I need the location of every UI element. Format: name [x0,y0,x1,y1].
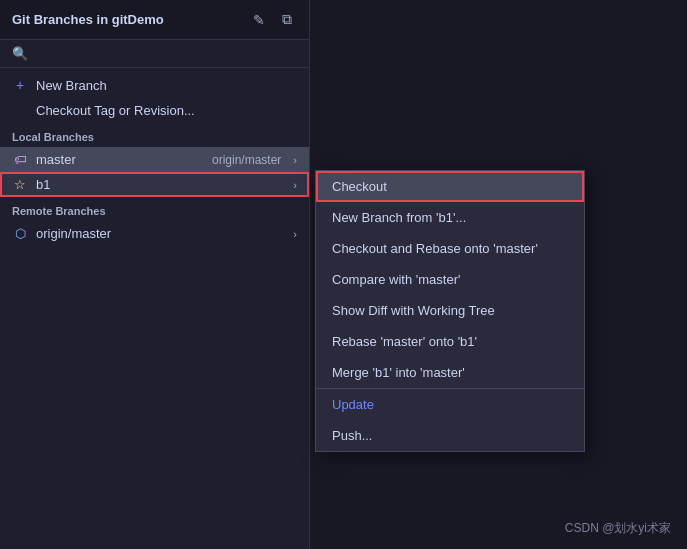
window-icon[interactable]: ⧉ [277,10,297,30]
chevron-master: › [293,154,297,166]
remote-branches-header: Remote Branches [0,197,309,221]
branch-item-b1[interactable]: ☆ b1 › [0,172,309,197]
tag-icon: 🏷 [12,152,28,167]
search-input[interactable] [36,46,297,61]
context-menu-item-merge[interactable]: Merge 'b1' into 'master' [316,357,584,388]
plus-icon: + [12,77,28,93]
panel-content: + New Branch Checkout Tag or Revision...… [0,68,309,549]
context-menu-item-push[interactable]: Push... [316,420,584,451]
context-menu-item-checkout-rebase[interactable]: Checkout and Rebase onto 'master' [316,233,584,264]
context-menu-item-update[interactable]: Update [316,388,584,420]
edit-icon[interactable]: ✎ [249,10,269,30]
chevron-origin-master: › [293,228,297,240]
new-branch-button[interactable]: + New Branch [0,72,309,98]
context-menu: Checkout New Branch from 'b1'... Checkou… [315,170,585,452]
checkout-tag-label: Checkout Tag or Revision... [36,103,195,118]
branch-item-origin-master[interactable]: ⬡ origin/master › [0,221,309,246]
chevron-b1: › [293,179,297,191]
branch-name-origin-master: origin/master [36,226,285,241]
search-icon: 🔍 [12,46,28,61]
local-branches-header: Local Branches [0,123,309,147]
context-menu-item-show-diff[interactable]: Show Diff with Working Tree [316,295,584,326]
branch-name-b1: b1 [36,177,285,192]
branch-item-master[interactable]: 🏷 master origin/master › [0,147,309,172]
context-menu-item-rebase[interactable]: Rebase 'master' onto 'b1' [316,326,584,357]
panel-title: Git Branches in gitDemo [12,12,164,27]
branch-name-master: master [36,152,204,167]
checkout-tag-button[interactable]: Checkout Tag or Revision... [0,98,309,123]
search-bar: 🔍 [0,40,309,68]
remote-icon: ⬡ [12,226,28,241]
left-panel: Git Branches in gitDemo ✎ ⧉ 🔍 + New Bran… [0,0,310,549]
panel-header: Git Branches in gitDemo ✎ ⧉ [0,0,309,40]
star-icon: ☆ [12,177,28,192]
branch-remote-master: origin/master [212,153,281,167]
context-menu-item-checkout[interactable]: Checkout [316,171,584,202]
context-menu-item-new-branch-from[interactable]: New Branch from 'b1'... [316,202,584,233]
context-menu-item-compare[interactable]: Compare with 'master' [316,264,584,295]
watermark: CSDN @划水yi术家 [565,520,671,537]
new-branch-label: New Branch [36,78,107,93]
panel-icons: ✎ ⧉ [249,10,297,30]
